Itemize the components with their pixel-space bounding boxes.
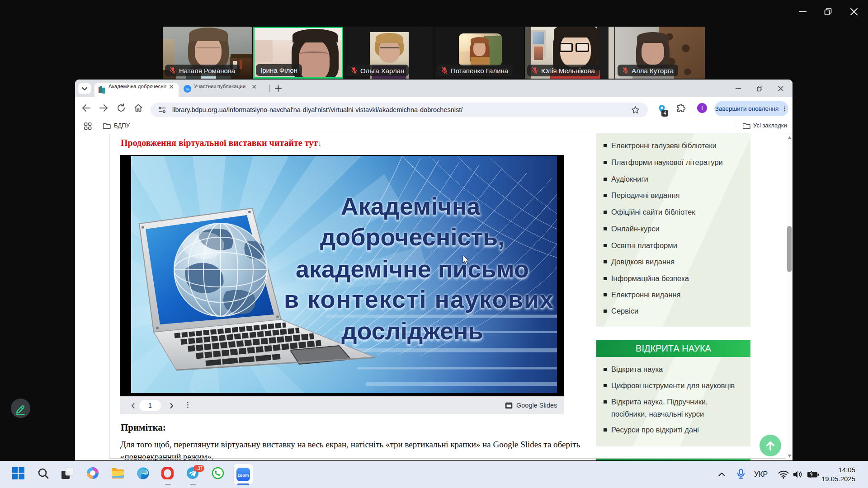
svg-text:доброчесність,: доброчесність,	[320, 223, 505, 250]
svg-text:zm: zm	[185, 88, 189, 91]
svg-text:академічне письмо: академічне письмо	[296, 255, 529, 282]
svg-text:Академічна: Академічна	[341, 192, 481, 220]
svg-text:zoom: zoom	[238, 473, 249, 478]
svg-text:досліджень: досліджень	[341, 317, 483, 344]
svg-text:в контексті наукових: в контексті наукових	[284, 286, 554, 313]
